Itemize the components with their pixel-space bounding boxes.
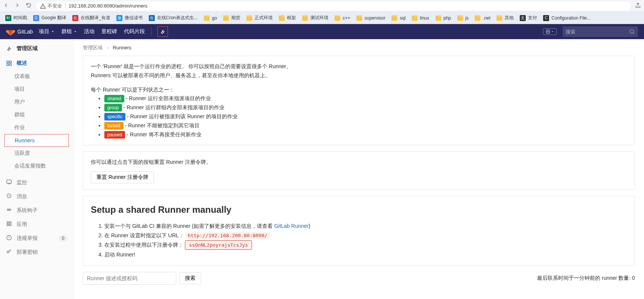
admin-wrench-icon[interactable] [157, 26, 168, 37]
sidebar-item-overview[interactable]: 概述 [0, 56, 73, 70]
share-icon[interactable] [635, 2, 641, 9]
chevron-down-icon [51, 29, 55, 35]
sidebar-subitem[interactable]: 会话发展指数 [0, 160, 73, 172]
sidebar-subitem[interactable]: 仪表板 [0, 70, 73, 83]
sidebar-icon [6, 193, 12, 200]
runner-url-code: http://192.168.200.80:8090/ [185, 232, 269, 239]
gitlab-search[interactable] [563, 26, 638, 37]
runner-search-button[interactable]: 搜索 [179, 272, 201, 284]
bookmark[interactable]: .net [475, 15, 490, 21]
bookmark[interactable]: CConfiguration File... [543, 15, 591, 21]
crumb-root[interactable]: 管理区域 [83, 45, 102, 50]
intro-panel: 一个 'Runner' 就是一个运行作业的进程。 你可以按照自己的需要设置很多个… [83, 56, 635, 145]
sidebar-subitem[interactable]: 项目 [0, 83, 73, 96]
intro-line1: 一个 'Runner' 就是一个运行作业的进程。 你可以按照自己的需要设置很多个… [91, 62, 627, 71]
step-2: 在 Runner 设置时指定以下 URL： http://192.168.200… [104, 231, 627, 240]
gitlab-logo[interactable]: GitLab [6, 27, 33, 36]
sidebar-subitem[interactable]: Runners [5, 134, 69, 147]
bookmark[interactable]: supervisor [356, 15, 385, 21]
svg-rect-3 [9, 61, 11, 63]
state-badge: locked [104, 122, 124, 130]
nav-menu-item[interactable]: 项目 [39, 28, 55, 35]
folder-icon [204, 15, 210, 21]
sidebar-item[interactable]: 系统钩子 [0, 203, 73, 217]
brand-text: GitLab [17, 29, 33, 35]
reload-icon[interactable] [26, 2, 32, 9]
sidebar-icon [6, 235, 12, 242]
runner-search-row: 搜索 最后联系时间于一分钟前的 runner 数量: 0 [83, 272, 635, 285]
bookmark[interactable]: js [457, 15, 469, 21]
bookmark[interactable]: go [204, 15, 217, 21]
svg-rect-2 [7, 61, 9, 63]
bookmark[interactable]: 期货 [223, 15, 240, 21]
svg-rect-5 [9, 64, 11, 66]
nav-menu-item[interactable]: 活动 [84, 28, 95, 35]
svg-rect-6 [7, 180, 11, 183]
bookmark[interactable]: 其他 [496, 15, 514, 21]
gitlab-search-input[interactable] [566, 29, 629, 35]
sidebar-item[interactable]: 消息 [0, 189, 73, 203]
bookmark[interactable]: linux [412, 15, 429, 21]
sidebar-item[interactable]: 违规举报0 [0, 231, 73, 245]
runner-state: locked - Runner 不能被指定到其它项目 [104, 121, 627, 130]
favicon-icon: C [543, 15, 549, 21]
favicon-icon: G [33, 15, 39, 21]
favicon-icon: 在 [72, 15, 78, 21]
sidebar-item[interactable]: 应用 [0, 217, 73, 231]
bookmark[interactable]: 支支付 [520, 15, 537, 21]
sidebar-subitem[interactable]: 群组 [0, 108, 73, 121]
bookmark[interactable]: GGoogle 翻译 [33, 15, 66, 21]
folder-icon [391, 15, 397, 21]
state-badge: paused [104, 131, 125, 139]
back-icon[interactable] [3, 2, 9, 9]
violation-count-badge: 0 [59, 235, 67, 242]
sidebar-item[interactable]: 部署密钥 [0, 245, 73, 259]
runner-state: specific - Runner 运行被指派到该 Runner 的项目的作业 [104, 112, 627, 121]
gitlab-topbar: GitLab 项目群组活动里程碑代码片段 [0, 24, 644, 39]
step-1: 安装一个与 GitLab CI 兼容的 Runner (如需了解更多的安装信息，… [104, 221, 627, 231]
nav-menu-item[interactable]: 代码片段 [124, 28, 145, 35]
breadcrumb: 管理区域 › Runners [83, 44, 635, 51]
sidebar-item[interactable]: 监控 [0, 175, 73, 189]
sidebar-subitem[interactable]: 作业 [0, 121, 73, 134]
sidebar-subitem[interactable]: 活跃度 [0, 147, 73, 160]
svg-rect-10 [7, 222, 9, 223]
svg-point-9 [9, 209, 11, 211]
folder-icon [457, 15, 463, 21]
svg-rect-4 [7, 64, 9, 66]
bookmark[interactable]: php [435, 15, 451, 21]
bookmark[interactable]: sql [391, 15, 405, 21]
folder-icon [334, 15, 340, 21]
gitlab-runner-link[interactable]: GitLab Runner [274, 223, 308, 229]
bookmark[interactable]: 框架 [279, 15, 296, 21]
bookmark[interactable]: 在在线Cron表达式生... [149, 15, 198, 21]
bookmark[interactable]: 时时间戳 [5, 15, 27, 21]
bookmark[interactable]: 正式环境 [246, 15, 273, 21]
sidebar-title: 管理区域 [0, 41, 73, 56]
reset-token-button[interactable]: 重置 Runner 注册令牌 [91, 171, 154, 183]
crumb-leaf: Runners [113, 45, 131, 50]
favicon-icon: 时 [5, 15, 11, 21]
favicon-icon: 在 [149, 15, 155, 21]
nav-menu-item[interactable]: 里程碑 [101, 28, 117, 35]
browser-nav-bar: 不安全 192.168.200.80:8090/admin/runners [0, 0, 644, 12]
gitlab-top-menu: 项目群组活动里程碑代码片段 [39, 28, 145, 35]
runner-status-text: 最后联系时间于一分钟前的 runner 数量: 0 [537, 275, 635, 282]
folder-icon [356, 15, 362, 21]
step-4: 启动 Runner! [104, 250, 627, 259]
new-dropdown[interactable] [543, 28, 557, 35]
bookmark[interactable]: 微微信读书 [116, 15, 143, 21]
svg-point-7 [9, 195, 9, 196]
address-bar[interactable]: 不安全 192.168.200.80:8090/admin/runners [36, 2, 630, 11]
state-badge: shared [104, 95, 124, 102]
sidebar-subitem[interactable]: 用户 [0, 96, 73, 108]
main-content: 管理区域 › Runners 一个 'Runner' 就是一个运行作业的进程。 … [74, 39, 644, 299]
chevron-down-icon [73, 29, 77, 35]
nav-menu-item[interactable]: 群组 [61, 28, 77, 35]
bookmark[interactable]: 测试环境 [302, 15, 328, 21]
bookmark[interactable]: c++ [334, 15, 350, 21]
bookmark[interactable]: 在在线翻译_有道 [72, 15, 110, 21]
url-text: 192.168.200.80:8090/admin/runners [69, 3, 148, 9]
runner-search-input[interactable] [83, 272, 176, 285]
forward-icon[interactable] [14, 2, 20, 9]
